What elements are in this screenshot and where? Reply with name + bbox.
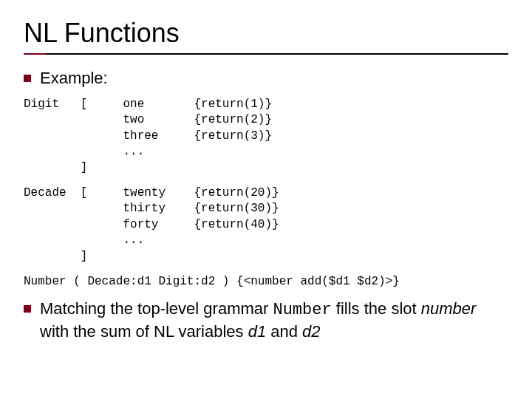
slide: NL Functions Example: Digit [ one {retur… [0, 0, 532, 364]
matching-slot: number [421, 299, 477, 318]
example-row: Example: [24, 68, 508, 89]
matching-mid2: with the sum of NL variables [40, 322, 248, 341]
title-underline-accent [24, 53, 46, 55]
example-label: Example: [40, 68, 108, 89]
code-decade-block: Decade [ twenty {return(20)} thirty {ret… [24, 185, 508, 265]
code-digit-block: Digit [ one {return(1)} two {return(2)} … [24, 97, 508, 177]
matching-and: and [266, 322, 302, 341]
matching-var1: d1 [248, 322, 266, 341]
square-bullet-icon [24, 305, 31, 313]
title-underline [24, 53, 508, 55]
code-number-line: Number ( Decade:d1 Digit:d2 ) {<number a… [24, 274, 508, 290]
page-title: NL Functions [24, 18, 508, 49]
matching-code-number: Number [273, 301, 331, 319]
matching-var2: d2 [302, 322, 320, 341]
square-bullet-icon [24, 75, 31, 82]
matching-mid1: fills the slot [332, 299, 421, 318]
matching-text: Matching the top-level grammar Number fi… [40, 299, 508, 342]
matching-row: Matching the top-level grammar Number fi… [24, 299, 508, 342]
matching-prefix: Matching the top-level grammar [40, 299, 273, 318]
